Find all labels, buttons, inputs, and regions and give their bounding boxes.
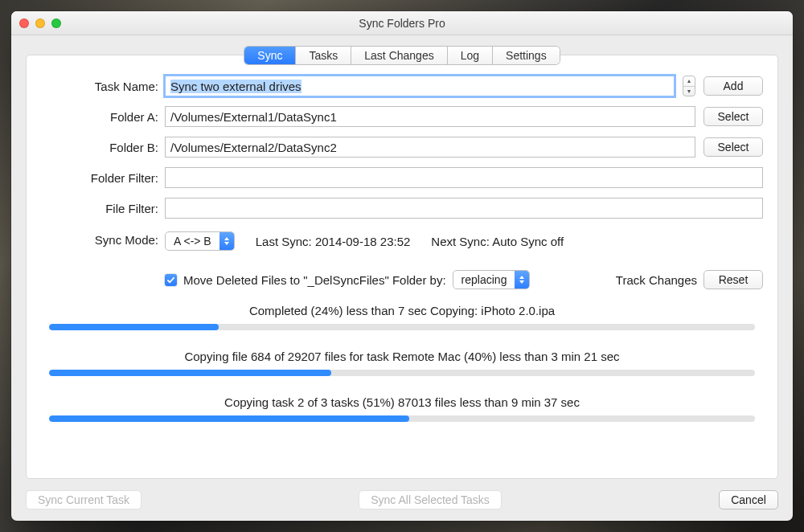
updown-icon bbox=[219, 232, 234, 250]
move-deleted-mode-select[interactable]: replacing bbox=[453, 270, 531, 289]
sync-mode-select[interactable]: A <-> B bbox=[165, 231, 235, 251]
progress-text-1: Completed (24%) less than 7 sec Copying:… bbox=[49, 304, 755, 317]
chevron-up-icon[interactable]: ▴ bbox=[683, 76, 695, 87]
titlebar: Sync Folders Pro bbox=[11, 11, 793, 35]
updown-icon bbox=[515, 271, 529, 289]
progress-text-3: Copying task 2 of 3 tasks (51%) 87013 fi… bbox=[49, 395, 755, 409]
tab-bar: Sync Tasks Last Changes Log Settings bbox=[27, 47, 777, 64]
progress-bar-2 bbox=[49, 370, 755, 376]
task-name-value: Sync two external drives bbox=[170, 80, 302, 93]
move-deleted-mode-value: replacing bbox=[453, 271, 515, 289]
sync-mode-value: A <-> B bbox=[166, 232, 219, 250]
progress-fill-2 bbox=[49, 370, 331, 376]
progress-block-3: Copying task 2 of 3 tasks (51%) 87013 fi… bbox=[49, 395, 755, 422]
cancel-button[interactable]: Cancel bbox=[719, 490, 778, 509]
chevron-down-icon[interactable]: ▾ bbox=[683, 87, 695, 96]
progress-text-2: Copying file 684 of 29207 files for task… bbox=[49, 350, 755, 363]
label-sync-mode: Sync Mode: bbox=[41, 233, 158, 247]
progress-block-1: Completed (24%) less than 7 sec Copying:… bbox=[49, 304, 755, 330]
close-icon[interactable] bbox=[19, 18, 29, 28]
tab-settings[interactable]: Settings bbox=[493, 47, 560, 64]
window-title: Sync Folders Pro bbox=[11, 17, 793, 30]
progress-area: Completed (24%) less than 7 sec Copying:… bbox=[27, 289, 777, 433]
sync-current-button[interactable]: Sync Current Task bbox=[26, 490, 142, 509]
app-window: Sync Folders Pro Sync Tasks Last Changes… bbox=[11, 11, 793, 521]
tab-log[interactable]: Log bbox=[448, 47, 493, 64]
file-filter-input[interactable] bbox=[165, 198, 763, 219]
task-name-input[interactable]: Sync two external drives bbox=[165, 76, 675, 96]
checkmark-icon bbox=[166, 276, 175, 284]
last-sync-text: Last Sync: 2014-09-18 23:52 bbox=[256, 235, 411, 248]
progress-bar-3 bbox=[49, 415, 755, 422]
track-changes-label: Track Changes bbox=[616, 273, 697, 287]
label-file-filter: File Filter: bbox=[41, 202, 158, 215]
sync-all-button[interactable]: Sync All Selected Tasks bbox=[359, 490, 502, 509]
minimize-icon[interactable] bbox=[35, 18, 45, 28]
add-button[interactable]: Add bbox=[704, 76, 763, 96]
move-deleted-checkbox[interactable] bbox=[165, 274, 177, 286]
tab-sync[interactable]: Sync bbox=[244, 47, 296, 64]
tab-tasks[interactable]: Tasks bbox=[296, 47, 351, 64]
content-pane: Sync Tasks Last Changes Log Settings Tas… bbox=[26, 55, 778, 479]
move-deleted-label: Move Deleted Files to "_DelSyncFiles" Fo… bbox=[183, 273, 446, 287]
tabs: Sync Tasks Last Changes Log Settings bbox=[244, 47, 559, 64]
form: Task Name: Sync two external drives ▴ ▾ … bbox=[27, 76, 777, 289]
label-task-name: Task Name: bbox=[41, 80, 158, 93]
folder-filter-input[interactable] bbox=[165, 167, 763, 188]
progress-fill-1 bbox=[49, 324, 219, 330]
traffic-lights bbox=[19, 18, 61, 28]
footer: Sync Current Task Sync All Selected Task… bbox=[11, 490, 793, 521]
label-folder-b: Folder B: bbox=[41, 141, 158, 154]
reset-button[interactable]: Reset bbox=[704, 270, 763, 289]
select-folder-b-button[interactable]: Select bbox=[704, 137, 763, 157]
progress-fill-3 bbox=[49, 415, 409, 422]
progress-block-2: Copying file 684 of 29207 files for task… bbox=[49, 350, 755, 376]
label-folder-a: Folder A: bbox=[41, 110, 158, 124]
select-folder-a-button[interactable]: Select bbox=[704, 107, 763, 126]
label-folder-filter: Folder Filter: bbox=[41, 171, 158, 185]
task-stepper[interactable]: ▴ ▾ bbox=[683, 76, 695, 96]
folder-a-input[interactable] bbox=[165, 106, 695, 127]
zoom-icon[interactable] bbox=[51, 18, 61, 28]
tab-lastchanges[interactable]: Last Changes bbox=[351, 47, 447, 64]
progress-bar-1 bbox=[49, 324, 755, 330]
next-sync-text: Next Sync: Auto Sync off bbox=[431, 235, 564, 248]
folder-b-input[interactable] bbox=[165, 137, 695, 158]
